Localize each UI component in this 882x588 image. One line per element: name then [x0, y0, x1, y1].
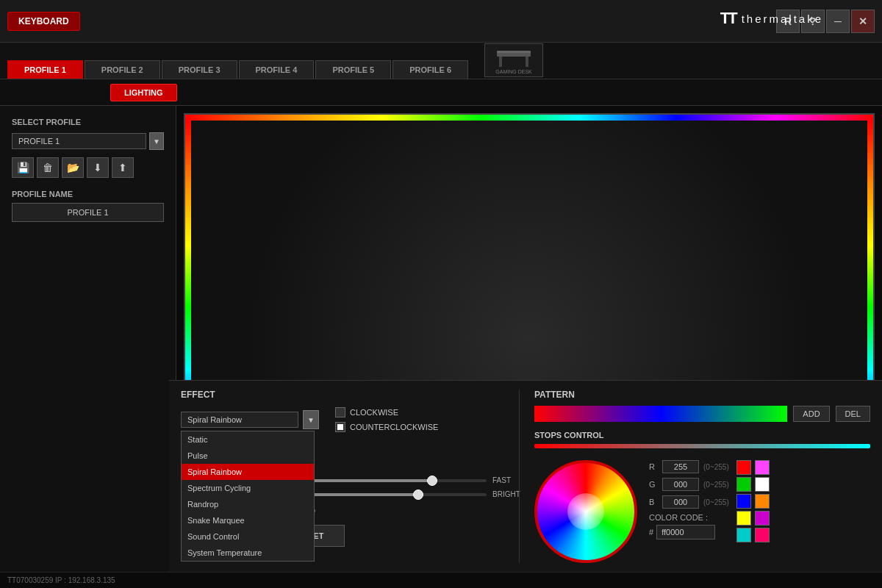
- bottom-panel: EFFECT Spiral Rainbow StaticPulseSpiral …: [169, 380, 882, 572]
- pattern-label: PATTERN: [534, 390, 870, 400]
- close-button[interactable]: ✕: [851, 10, 875, 33]
- pattern-gradient: [534, 406, 787, 422]
- g-input[interactable]: [662, 478, 699, 491]
- export-down-button[interactable]: ⬇: [87, 157, 109, 178]
- top-bar: KEYBOARD R ? ─ ✕ TT thermaltake: [0, 0, 882, 43]
- select-profile-label: SELECT PROFILE: [12, 118, 164, 126]
- svg-rect-2: [526, 57, 528, 67]
- color-code-label: COLOR CODE :: [649, 513, 708, 522]
- stops-label: STOPS CONTROL: [534, 431, 870, 440]
- clockwise-label: CLOCKWISE: [350, 408, 398, 417]
- profile-select[interactable]: PROFILE 1: [12, 133, 146, 149]
- add-stop-button[interactable]: ADD: [793, 406, 829, 422]
- swatch-2[interactable]: [736, 477, 751, 492]
- effect-select-value: Spiral Rainbow: [187, 415, 242, 424]
- clockwise-option[interactable]: CLOCKWISE: [335, 407, 438, 417]
- swatch-0[interactable]: [736, 460, 751, 475]
- desk-label: GAMING DESK: [495, 69, 531, 74]
- color-section: PATTERN ADD DEL STOPS CONTROL R (0~25: [519, 390, 870, 563]
- hex-row: #: [649, 525, 729, 539]
- svg-rect-1: [499, 57, 502, 67]
- dropdown-item-2[interactable]: Spiral Rainbow: [182, 464, 314, 480]
- del-stop-button[interactable]: DEL: [836, 406, 870, 422]
- dropdown-item-6[interactable]: Sound Control: [182, 528, 314, 545]
- dropdown-item-5[interactable]: Snake Marquee: [182, 512, 314, 528]
- dropdown-item-3[interactable]: Spectrum Cycling: [182, 480, 314, 496]
- r-range: (0~255): [703, 463, 729, 471]
- keyboard-button[interactable]: KEYBOARD: [7, 12, 80, 31]
- swatch-4[interactable]: [736, 494, 751, 509]
- color-picker-area: R (0~255) G (0~255) B (0~255): [534, 460, 870, 563]
- left-panel: SELECT PROFILE PROFILE 1 ▼ 💾 🗑 📂 ⬇ ⬆ PRO…: [0, 106, 176, 572]
- save-profile-button[interactable]: 💾: [12, 157, 34, 178]
- swatch-3[interactable]: [755, 477, 770, 492]
- color-code-row: COLOR CODE :: [649, 513, 729, 522]
- counterclockwise-option[interactable]: COUNTERCLOCKWISE: [335, 422, 438, 432]
- profile-tab-5[interactable]: PROFILE 5: [315, 60, 391, 79]
- profile-tab-4[interactable]: PROFILE 4: [239, 60, 315, 79]
- profile-tabs-bar: PROFILE 1PROFILE 2PROFILE 3PROFILE 4PROF…: [0, 43, 882, 79]
- pattern-row: ADD DEL: [534, 406, 870, 422]
- clockwise-radio[interactable]: [335, 407, 345, 417]
- import-profile-button[interactable]: 📂: [62, 157, 84, 178]
- desk-preview: GAMING DESK: [484, 43, 543, 77]
- effect-selector-area: Spiral Rainbow StaticPulseSpiral Rainbow…: [181, 407, 519, 432]
- rainbow-border-top: [185, 115, 873, 121]
- r-row: R (0~255): [649, 460, 729, 473]
- dropdown-item-0[interactable]: Static: [182, 431, 314, 448]
- hex-input[interactable]: [656, 525, 715, 539]
- dropdown-item-4[interactable]: Randrop: [182, 496, 314, 512]
- profile-name-label: PROFILE NAME: [12, 190, 164, 198]
- minimize-button[interactable]: ─: [826, 10, 850, 33]
- effect-dropdown: StaticPulseSpiral RainbowSpectrum Cyclin…: [181, 431, 315, 562]
- speed-slider-thumb[interactable]: [427, 476, 437, 486]
- profile-icon-row: 💾 🗑 📂 ⬇ ⬆: [12, 157, 164, 178]
- tt-symbol: TT: [720, 9, 736, 28]
- r-channel-label: R: [649, 462, 658, 471]
- effect-dropdown-arrow[interactable]: ▼: [303, 410, 319, 429]
- bright-label: BRIGHT: [492, 490, 519, 498]
- profile-tab-2[interactable]: PROFILE 2: [85, 60, 160, 79]
- dropdown-item-1[interactable]: Pulse: [182, 448, 314, 464]
- profile-tab-6[interactable]: PROFILE 6: [392, 60, 468, 79]
- b-input[interactable]: [662, 495, 699, 509]
- swatch-9[interactable]: [755, 528, 770, 542]
- delete-profile-button[interactable]: 🗑: [37, 157, 59, 178]
- swatch-grid: [736, 460, 771, 542]
- stops-slider[interactable]: [534, 444, 870, 448]
- counterclockwise-radio[interactable]: [335, 422, 345, 432]
- profile-tab-3[interactable]: PROFILE 3: [162, 60, 237, 79]
- swatch-7[interactable]: [755, 511, 770, 526]
- tt-name: thermaltake: [742, 12, 823, 25]
- select-arrow-icon[interactable]: ▼: [149, 132, 164, 150]
- export-up-button[interactable]: ⬆: [112, 157, 134, 178]
- g-channel-label: G: [649, 480, 658, 489]
- rgb-controls: R (0~255) G (0~255) B (0~255): [649, 460, 771, 542]
- brightness-slider-thumb[interactable]: [413, 490, 423, 500]
- swatch-6[interactable]: [736, 511, 751, 526]
- effect-section: EFFECT Spiral Rainbow StaticPulseSpiral …: [181, 390, 519, 563]
- direction-controls: CLOCKWISE COUNTERCLOCKWISE: [335, 407, 438, 432]
- thermaltake-logo: TT thermaltake: [720, 9, 823, 28]
- profile-name-input[interactable]: [12, 203, 164, 222]
- swatch-8[interactable]: [736, 528, 751, 542]
- r-input[interactable]: [662, 460, 699, 473]
- desk-icon: [495, 46, 532, 68]
- dropdown-item-7[interactable]: System Temperature: [182, 545, 314, 561]
- profile-select-row: PROFILE 1 ▼: [12, 132, 164, 150]
- swatch-5[interactable]: [755, 494, 770, 509]
- b-range: (0~255): [703, 498, 729, 506]
- status-bar: TT070030259 IP : 192.168.3.135: [0, 572, 882, 588]
- profile-tabs: PROFILE 1PROFILE 2PROFILE 3PROFILE 4PROF…: [7, 60, 470, 79]
- rgb-inputs: R (0~255) G (0~255) B (0~255): [649, 460, 729, 542]
- b-channel-label: B: [649, 498, 658, 506]
- profile-tab-1[interactable]: PROFILE 1: [7, 60, 83, 79]
- effect-row: Spiral Rainbow StaticPulseSpiral Rainbow…: [181, 407, 519, 432]
- fast-label: FAST: [492, 476, 519, 484]
- effect-select-display[interactable]: Spiral Rainbow: [181, 412, 298, 428]
- g-row: G (0~255): [649, 478, 729, 491]
- color-wheel[interactable]: [534, 460, 637, 563]
- lighting-button[interactable]: LIGHTING: [110, 84, 177, 101]
- swatch-1[interactable]: [755, 460, 770, 475]
- counterclockwise-label: COUNTERCLOCKWISE: [350, 423, 438, 431]
